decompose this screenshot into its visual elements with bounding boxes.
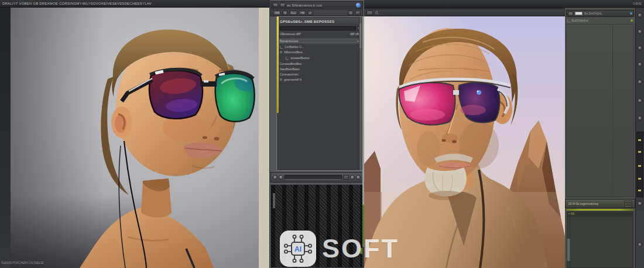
tool-speck-icon[interactable] — [638, 178, 641, 180]
titlebar-right-text: GB/E — [633, 2, 642, 5]
toolbar-button-5[interactable]: o — [307, 11, 313, 15]
tool-knob-icon-8[interactable] — [638, 201, 642, 206]
lower-panel-accent-line — [567, 209, 633, 211]
tool-speck-icon[interactable] — [638, 151, 641, 153]
list-item[interactable]: gisseneerisF-b — [280, 77, 361, 82]
middle-panel-titlebar[interactable]: av SIbramanos.b cos — [270, 1, 363, 9]
bullet-icon — [280, 51, 282, 53]
lower-panel-header[interactable]: JSI W-Se segermoanneg — [565, 199, 635, 208]
panel-menu-icon[interactable] — [273, 3, 278, 7]
bullet-icon — [280, 78, 282, 81]
list-item-label: ConsaseBissiBles — [280, 63, 302, 66]
lower-scrollbar-thumb[interactable] — [567, 239, 570, 261]
lower-panel-subrow-label: = SA — [568, 212, 574, 215]
scrollbar-thumb[interactable] — [359, 23, 362, 48]
panel-folder-icon[interactable] — [280, 3, 285, 7]
tool-strip-inset — [636, 132, 643, 197]
panel-info-icon[interactable] — [356, 3, 361, 8]
subheader-left-label: GBossesses sBP — [280, 33, 301, 36]
middle-panel-header: GPSBuSBSr..SMB BEPOSSES — [278, 18, 362, 25]
right-panel-subheader[interactable]: SLaTASAA tvl — [566, 18, 634, 23]
list-item-label: gisseneerisF-b — [284, 78, 302, 81]
texture-scroll-mark — [273, 193, 275, 208]
right-panel-menu-icon[interactable] — [568, 12, 573, 16]
titlebar-text: DRALIYT VOBEN GB DREAMOE CORSINGMY/WLYSO… — [2, 2, 152, 5]
list-item-label: SausBessiBates — [280, 68, 300, 71]
list-item-label: SBssnessiBess — [284, 51, 303, 54]
right-panel-button[interactable] — [575, 12, 583, 15]
lower-panel-stack-icon[interactable] — [624, 201, 632, 207]
left-viewport-caption: SLESSO/TOFCHERO OS DEECE — [1, 262, 43, 264]
toolbar-button-4[interactable]: =B — [299, 11, 306, 15]
status-green-dot-icon — [631, 19, 633, 22]
tool-knob-icon-6[interactable] — [638, 98, 642, 103]
list-item-label: Bassanevossar — [280, 40, 299, 43]
expander-icon[interactable] — [280, 46, 283, 49]
ai-logo-text: AI — [294, 245, 302, 253]
right-panel-subheader-label: SLaTASAA tvl — [571, 19, 588, 22]
tool-speck-icon[interactable] — [638, 165, 641, 167]
tool-knob-icon-7[interactable] — [638, 116, 642, 121]
list-item[interactable]: ConBathies G... — [280, 44, 361, 49]
watermark-brand-text: SOFT — [322, 233, 399, 264]
ai-chip-logo-icon: AI — [280, 231, 316, 267]
woman-portrait-image — [11, 8, 269, 268]
list-item-label: spssaseBlesssv — [290, 57, 310, 60]
left-edge-strip — [0, 8, 11, 268]
list-item[interactable]: Conevassimien — [280, 72, 361, 77]
toolbar-button-1[interactable]: /BB — [273, 11, 281, 15]
middle-panel-toolbar: /BB B Acc =B o O ^ — [270, 9, 363, 16]
application-window: DRALIYT VOBEN GB DREAMOE CORSINGMY/WLYSO… — [0, 0, 644, 268]
status-blue-dot-icon — [630, 12, 632, 15]
bottom-knob-icon-3[interactable] — [350, 175, 355, 180]
expander-icon[interactable] — [286, 57, 289, 60]
right-panel-header[interactable]: Ba SAATASAL — [566, 10, 634, 17]
viewport-tab-bar[interactable]: ß — [364, 9, 565, 16]
toolbar-gear-icon[interactable]: O — [348, 11, 354, 15]
lower-panel-header-label: JSI W-Se segermoanneg — [568, 202, 598, 205]
list-item-label: Conevassimien — [280, 73, 299, 76]
expander-icon[interactable] — [567, 19, 570, 22]
toolbar-button-2[interactable]: B — [282, 11, 288, 15]
bottom-knob-icon-4[interactable] — [356, 175, 361, 180]
search-input[interactable] — [280, 26, 356, 30]
list-item-label: ConBathies G... — [285, 46, 303, 49]
bottom-grid-icon[interactable] — [343, 175, 349, 180]
left-viewport-canvas[interactable] — [11, 8, 269, 268]
ai-soft-watermark: AI SOFT — [280, 231, 399, 267]
bottom-knob-icon-1[interactable] — [273, 175, 278, 180]
middle-panel-bottom-bar — [270, 172, 363, 183]
status-slot — [285, 175, 342, 180]
tool-knob-icon-5[interactable] — [638, 80, 642, 84]
tool-speck-icon[interactable] — [638, 190, 641, 191]
tool-strip-bottom — [636, 211, 644, 268]
right-panel-divider-line — [612, 25, 613, 197]
toolbar-button-3[interactable]: Acc — [289, 11, 297, 15]
list-item[interactable]: ConsaseBissiBles — [280, 61, 361, 66]
list-item[interactable]: SausBessiBates — [280, 67, 361, 71]
list-item[interactable]: SBssnessiBess — [280, 50, 361, 54]
tool-knob-icon-9[interactable] — [638, 242, 642, 247]
bottom-knob-icon-2[interactable] — [279, 175, 283, 180]
middle-panel-title: av SIbramanos.b cos — [287, 4, 322, 7]
tool-knob-icon-4[interactable] — [638, 62, 642, 67]
tool-knob-icon-3[interactable] — [638, 46, 642, 50]
right-panel-body[interactable] — [566, 24, 634, 197]
selection-accent-bar — [277, 16, 279, 113]
lower-panel-subrow[interactable]: = SA — [567, 211, 633, 216]
tool-knob-icon-2[interactable] — [638, 29, 642, 34]
list-item[interactable]: Bassanevossar +B — [279, 39, 361, 43]
viewport-tab-icon[interactable] — [366, 11, 373, 15]
viewport-tab-glyph: ß — [375, 11, 378, 15]
tool-speck-icon[interactable] — [638, 139, 641, 141]
tool-knob-icon-1[interactable] — [638, 13, 642, 18]
list-subheader: GBossesses sBP sBP sBs/ — [280, 33, 361, 36]
right-panel-header-label: Ba SAATASAL — [584, 12, 602, 15]
list-item[interactable]: spssaseBlesssv — [280, 56, 361, 60]
toolbar-collapse-icon[interactable]: ^ — [355, 11, 361, 15]
lower-panel-body[interactable] — [567, 216, 633, 268]
